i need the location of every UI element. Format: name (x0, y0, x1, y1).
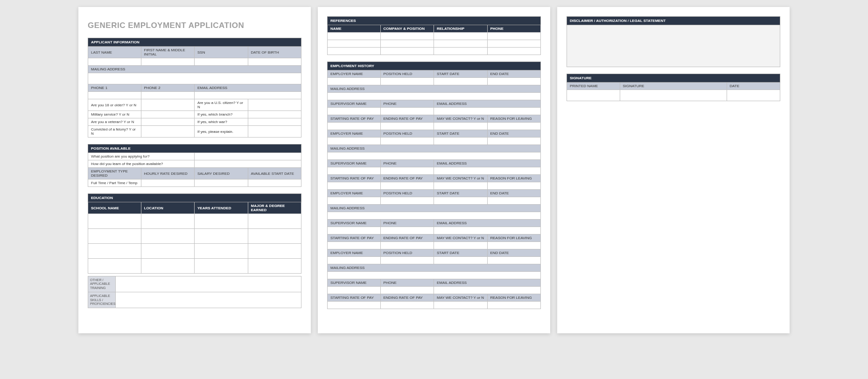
ref-row[interactable] (327, 40, 381, 48)
emp-input[interactable] (434, 182, 488, 190)
emp-input[interactable] (434, 287, 541, 294)
input-skills[interactable] (116, 292, 301, 308)
emp-input[interactable] (327, 242, 381, 249)
ref-row[interactable] (434, 40, 488, 48)
edu-row[interactable] (141, 229, 195, 244)
a-18[interactable] (141, 99, 195, 111)
emp-input[interactable] (434, 227, 541, 234)
emp-input[interactable] (381, 138, 434, 145)
emp-input[interactable] (434, 167, 541, 175)
edu-row[interactable] (195, 229, 248, 244)
ref-row[interactable] (434, 33, 488, 40)
edu-row[interactable] (88, 244, 141, 259)
edu-row[interactable] (248, 229, 302, 244)
ref-row[interactable] (488, 40, 541, 48)
a-war[interactable] (248, 118, 302, 126)
edu-row[interactable] (88, 214, 141, 229)
edu-row[interactable] (141, 214, 195, 229)
edu-row[interactable] (248, 214, 302, 229)
emp-input[interactable] (434, 302, 488, 309)
a-position[interactable] (195, 153, 301, 160)
input-last-name[interactable] (88, 58, 141, 66)
input-mailing-address[interactable] (88, 73, 301, 84)
emp-input[interactable] (434, 78, 488, 85)
input-phone1[interactable] (88, 92, 141, 99)
emp-input[interactable] (327, 108, 381, 115)
emp-input[interactable] (327, 212, 541, 220)
emp-input[interactable] (327, 197, 381, 205)
edu-row[interactable] (195, 259, 248, 274)
emp-input[interactable] (381, 242, 434, 249)
a-veteran[interactable] (141, 118, 195, 126)
edu-row[interactable] (195, 214, 248, 229)
emp-input[interactable] (327, 152, 541, 160)
emp-input[interactable] (488, 242, 541, 249)
input-email[interactable] (195, 92, 301, 99)
input-hourly[interactable] (141, 179, 195, 187)
emp-input[interactable] (381, 108, 434, 115)
ref-row[interactable] (327, 48, 381, 55)
a-explain[interactable] (248, 126, 302, 138)
emp-input[interactable] (434, 242, 488, 249)
ref-row[interactable] (381, 48, 434, 55)
emp-input[interactable] (434, 108, 541, 115)
emp-input[interactable] (381, 182, 434, 190)
emp-input[interactable] (488, 182, 541, 190)
emp-input[interactable] (327, 227, 381, 234)
emp-input[interactable] (381, 257, 434, 264)
a-citizen[interactable] (248, 99, 302, 111)
a-learn[interactable] (195, 160, 301, 168)
emp-input[interactable] (327, 272, 541, 279)
ref-row[interactable] (434, 48, 488, 55)
a-military[interactable] (141, 111, 195, 118)
emp-input[interactable] (488, 257, 541, 264)
emp-input[interactable] (381, 78, 434, 85)
input-start[interactable] (248, 179, 302, 187)
input-first-name[interactable] (141, 58, 195, 66)
edu-row[interactable] (248, 244, 302, 259)
ref-row[interactable] (488, 48, 541, 55)
edu-row[interactable] (195, 244, 248, 259)
input-ssn[interactable] (195, 58, 248, 66)
emp-input[interactable] (381, 167, 434, 175)
emp-input[interactable] (434, 138, 488, 145)
emp-input[interactable] (327, 138, 381, 145)
emp-input[interactable] (327, 93, 541, 100)
emp-input[interactable] (327, 167, 381, 175)
input-phone2[interactable] (141, 92, 195, 99)
edu-row[interactable] (141, 259, 195, 274)
emp-input[interactable] (381, 197, 434, 205)
input-other-training[interactable] (116, 276, 301, 292)
edu-row[interactable] (88, 229, 141, 244)
emp-input[interactable] (488, 123, 541, 130)
input-dob[interactable] (248, 58, 302, 66)
input-date[interactable] (727, 90, 781, 101)
a-branch[interactable] (248, 111, 302, 118)
emp-input[interactable] (327, 287, 381, 294)
input-salary[interactable] (195, 179, 248, 187)
emp-input[interactable] (381, 287, 434, 294)
ref-row[interactable] (381, 40, 434, 48)
edu-row[interactable] (141, 244, 195, 259)
emp-input[interactable] (488, 302, 541, 309)
input-signature[interactable] (620, 90, 727, 101)
ref-row[interactable] (381, 33, 434, 40)
emp-input[interactable] (327, 123, 381, 130)
emp-input[interactable] (327, 257, 381, 264)
emp-input[interactable] (327, 182, 381, 190)
a-felony[interactable] (141, 126, 195, 138)
emp-input[interactable] (381, 302, 434, 309)
emp-input[interactable] (434, 257, 488, 264)
emp-input[interactable] (488, 78, 541, 85)
emp-input[interactable] (434, 123, 488, 130)
emp-input[interactable] (488, 197, 541, 205)
input-printed-name[interactable] (567, 90, 620, 101)
emp-input[interactable] (381, 123, 434, 130)
disclaimer-text-area[interactable] (567, 25, 780, 67)
emp-input[interactable] (381, 227, 434, 234)
ref-row[interactable] (488, 33, 541, 40)
emp-input[interactable] (327, 78, 381, 85)
emp-input[interactable] (327, 302, 381, 309)
edu-row[interactable] (88, 259, 141, 274)
ref-row[interactable] (327, 33, 381, 40)
